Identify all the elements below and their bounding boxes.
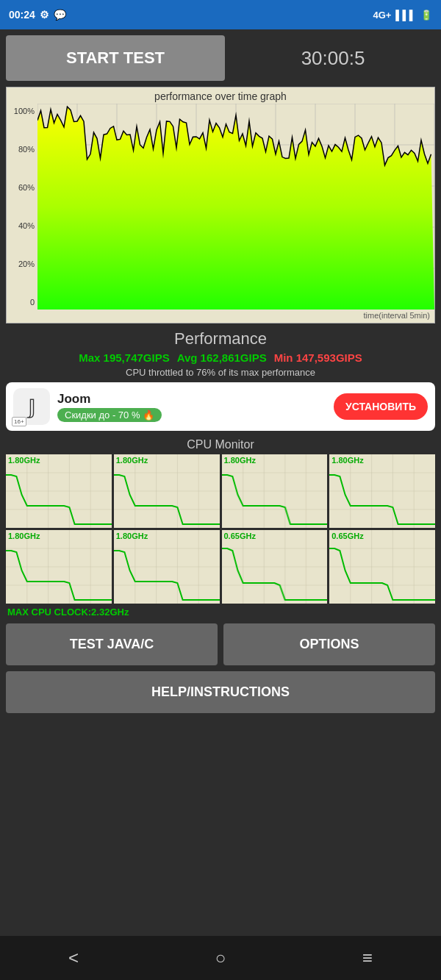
- cpu-cell-4: 1.80GHz: [6, 530, 112, 604]
- cpu-canvas-6: [222, 530, 328, 604]
- test-java-button[interactable]: TEST JAVA/C: [6, 623, 218, 665]
- cpu-monitor-title: CPU Monitor: [6, 438, 435, 451]
- graph-title: performance over time graph: [7, 87, 434, 104]
- nav-bar: < ○ ≡: [0, 936, 441, 980]
- ad-description: Скидки до - 70 % 🔥: [57, 408, 162, 422]
- performance-title: Performance: [6, 329, 435, 348]
- cpu-canvas-3: [329, 454, 435, 528]
- cpu-canvas-7: [329, 530, 435, 604]
- timer-display: 30:00:5: [231, 47, 435, 70]
- ad-install-button[interactable]: УСТАНОВИТЬ: [334, 393, 428, 420]
- cpu-grid: 1.80GHz 1.80GHz 1.80GHz 1.80GHz 1.80GHz …: [6, 454, 435, 604]
- y-label-20: 20%: [7, 260, 35, 268]
- cpu-monitor-section: CPU Monitor 1.80GHz 1.80GHz 1.80GHz 1.80…: [6, 438, 435, 618]
- max-cpu-label: MAX CPU CLOCK:2.32GHz: [6, 607, 435, 618]
- cpu-cell-3: 1.80GHz: [329, 454, 435, 528]
- time-display: 00:24: [9, 9, 35, 21]
- help-button[interactable]: HELP/INSTRUCTIONS: [6, 671, 435, 713]
- cpu-cell-7: 0.65GHz: [329, 530, 435, 604]
- network-label: 4G+: [373, 10, 391, 21]
- cpu-freq-1: 1.80GHz: [116, 456, 148, 465]
- graph-y-axis: 100% 80% 60% 40% 20% 0: [7, 104, 37, 310]
- cpu-canvas-2: [222, 454, 328, 528]
- performance-graph: performance over time graph 100% 80% 60%…: [6, 87, 435, 323]
- cpu-freq-7: 0.65GHz: [331, 532, 363, 540]
- ad-text: Joom Скидки до - 70 % 🔥: [57, 392, 326, 422]
- y-label-40: 40%: [7, 221, 35, 230]
- back-icon[interactable]: <: [68, 948, 79, 968]
- status-bar: 00:24 ⚙ 💬 4G+ ▌▌▌ 🔋: [0, 0, 441, 29]
- y-label-100: 100%: [7, 107, 35, 115]
- perf-avg: Avg 162,861GIPS: [177, 351, 267, 364]
- ad-name: Joom: [57, 392, 326, 407]
- chat-icon: 💬: [54, 9, 66, 21]
- cpu-canvas-0: [6, 454, 112, 528]
- top-row: START TEST 30:00:5: [6, 35, 435, 81]
- y-label-0: 0: [7, 298, 35, 307]
- cpu-cell-0: 1.80GHz: [6, 454, 112, 528]
- ad-age-badge: 16+: [12, 417, 26, 426]
- options-button[interactable]: OPTIONS: [223, 623, 435, 665]
- cpu-canvas-5: [114, 530, 220, 604]
- menu-icon[interactable]: ≡: [362, 948, 373, 968]
- bottom-buttons: TEST JAVA/C OPTIONS: [6, 623, 435, 665]
- status-left: 00:24 ⚙ 💬: [9, 9, 66, 21]
- signal-icon: ▌▌▌: [395, 10, 416, 21]
- battery-icon: 🔋: [420, 10, 432, 21]
- performance-section: Performance Max 195,747GIPS Avg 162,861G…: [6, 329, 435, 378]
- cpu-freq-3: 1.80GHz: [331, 456, 363, 465]
- throttle-text: CPU throttled to 76% of its max performa…: [6, 367, 435, 378]
- graph-canvas-wrap: [37, 104, 434, 310]
- y-label-80: 80%: [7, 145, 35, 154]
- cpu-canvas-4: [6, 530, 112, 604]
- y-label-60: 60%: [7, 183, 35, 192]
- cpu-freq-5: 1.80GHz: [116, 532, 148, 540]
- cpu-freq-0: 1.80GHz: [8, 456, 40, 465]
- main-content: START TEST 30:00:5 performance over time…: [0, 29, 441, 725]
- ad-icon: 𝕁 16+: [13, 388, 50, 425]
- cpu-cell-6: 0.65GHz: [222, 530, 328, 604]
- settings-icon: ⚙: [40, 9, 49, 21]
- status-right: 4G+ ▌▌▌ 🔋: [373, 10, 432, 21]
- performance-stats: Max 195,747GIPS Avg 162,861GIPS Min 147,…: [6, 351, 435, 364]
- start-test-button[interactable]: START TEST: [6, 35, 225, 81]
- graph-canvas: [37, 104, 434, 310]
- ad-banner: 𝕁 16+ Joom Скидки до - 70 % 🔥 УСТАНОВИТЬ: [6, 382, 435, 431]
- perf-max: Max 195,747GIPS: [79, 351, 169, 364]
- graph-area: 100% 80% 60% 40% 20% 0: [7, 104, 434, 310]
- cpu-cell-2: 1.80GHz: [222, 454, 328, 528]
- cpu-freq-6: 0.65GHz: [224, 532, 256, 540]
- graph-x-label: time(interval 5min): [7, 310, 434, 323]
- cpu-freq-2: 1.80GHz: [224, 456, 256, 465]
- perf-min: Min 147,593GIPS: [274, 351, 362, 364]
- cpu-cell-5: 1.80GHz: [114, 530, 220, 604]
- cpu-cell-1: 1.80GHz: [114, 454, 220, 528]
- cpu-canvas-1: [114, 454, 220, 528]
- cpu-freq-4: 1.80GHz: [8, 532, 40, 540]
- home-icon[interactable]: ○: [215, 948, 226, 968]
